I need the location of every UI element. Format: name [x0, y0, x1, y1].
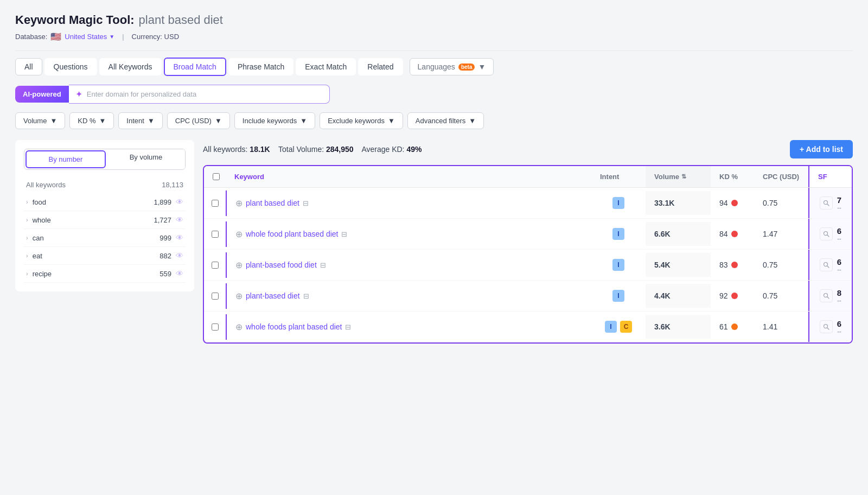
- tab-exact-match[interactable]: Exact Match: [296, 58, 356, 75]
- column-cpc-label: CPC (USD): [763, 173, 799, 181]
- td-checkbox[interactable]: [204, 315, 226, 339]
- row-checkbox[interactable]: [212, 199, 219, 207]
- languages-tab[interactable]: Languages beta ▼: [410, 58, 494, 75]
- td-cpc: 0.75: [754, 253, 808, 277]
- copy-icon[interactable]: ⊟: [303, 292, 309, 300]
- th-volume[interactable]: Volume ⇅: [646, 166, 711, 187]
- tab-all-keywords[interactable]: All Keywords: [99, 58, 162, 75]
- copy-icon[interactable]: ⊟: [303, 199, 309, 207]
- td-checkbox[interactable]: [204, 253, 226, 277]
- row-checkbox[interactable]: [212, 292, 219, 300]
- sidebar-item-right: 999 👁: [159, 233, 183, 242]
- table-row: ⊕ plant-based diet ⊟ I 4.4K 92 0.75: [204, 281, 852, 312]
- kd-dot-orange: [731, 323, 738, 330]
- sidebar-tab-by-volume[interactable]: By volume: [107, 149, 185, 169]
- kd-dot-red: [731, 200, 738, 206]
- chevron-right-icon: ›: [26, 217, 28, 223]
- table-area: All keywords: 18.1K Total Volume: 284,95…: [203, 140, 853, 344]
- td-sf: 6 --: [808, 250, 852, 280]
- list-item[interactable]: › whole 1,727 👁: [24, 211, 186, 229]
- list-item[interactable]: › eat 882 👁: [24, 247, 186, 265]
- list-item[interactable]: › can 999 👁: [24, 229, 186, 247]
- svg-point-4: [824, 263, 827, 266]
- filter-include-label: Include keywords: [242, 117, 297, 125]
- add-to-list-button[interactable]: + Add to list: [790, 140, 853, 158]
- languages-label: Languages: [418, 62, 455, 71]
- select-all-checkbox[interactable]: [213, 173, 220, 181]
- filter-volume[interactable]: Volume ▼: [15, 112, 65, 129]
- svg-point-8: [824, 325, 827, 328]
- filter-intent[interactable]: Intent ▼: [118, 112, 162, 129]
- keyword-text: plant based diet: [246, 199, 299, 207]
- copy-icon[interactable]: ⊟: [345, 323, 351, 331]
- kd-value: 84: [719, 230, 728, 238]
- filter-include-keywords[interactable]: Include keywords ▼: [234, 112, 315, 129]
- td-kd: 83: [711, 253, 754, 277]
- sf-dashes: --: [837, 297, 841, 303]
- keyword-text: plant-based food diet: [246, 261, 317, 269]
- chevron-right-icon: ›: [26, 234, 28, 241]
- row-checkbox[interactable]: [212, 323, 219, 331]
- td-kd: 84: [711, 222, 754, 246]
- td-checkbox[interactable]: [204, 284, 226, 308]
- sidebar-tab-by-number[interactable]: By number: [25, 150, 106, 168]
- list-item[interactable]: › food 1,899 👁: [24, 193, 186, 211]
- tab-phrase-match[interactable]: Phrase Match: [228, 58, 293, 75]
- copy-icon[interactable]: ⊟: [320, 261, 326, 269]
- sidebar-item-count: 882: [159, 252, 171, 260]
- sf-cell: 8 --: [820, 288, 841, 303]
- row-checkbox[interactable]: [212, 261, 219, 269]
- sf-number: 7: [837, 195, 841, 205]
- filter-exclude-keywords[interactable]: Exclude keywords ▼: [320, 112, 403, 129]
- sf-search-icon[interactable]: [820, 289, 833, 302]
- sf-cell: 6 --: [820, 226, 841, 242]
- list-item[interactable]: › recipe 559 👁: [24, 265, 186, 283]
- td-checkbox[interactable]: [204, 223, 226, 246]
- tab-all[interactable]: All: [15, 58, 42, 75]
- keyword-text: whole food plant based diet: [246, 230, 338, 238]
- intent-badge-i: I: [612, 197, 624, 209]
- copy-icon[interactable]: ⊟: [341, 230, 347, 238]
- row-checkbox[interactable]: [212, 230, 219, 238]
- kd-dot-red: [731, 231, 738, 237]
- th-checkbox: [204, 166, 226, 187]
- td-keyword[interactable]: ⊕ plant based diet ⊟: [226, 191, 591, 216]
- column-sf-label: SF: [818, 173, 827, 181]
- all-keywords-label: All keywords:: [203, 145, 247, 154]
- td-keyword[interactable]: ⊕ whole foods plant based diet ⊟: [226, 314, 591, 340]
- tab-broad-match[interactable]: Broad Match: [164, 58, 226, 76]
- database-link[interactable]: United States ▼: [65, 33, 114, 41]
- column-volume-label: Volume: [654, 173, 679, 181]
- ai-input-wrapper[interactable]: ✦ Enter domain for personalized data: [69, 85, 330, 104]
- td-keyword[interactable]: ⊕ plant-based diet ⊟: [226, 283, 591, 309]
- chevron-right-icon: ›: [26, 252, 28, 259]
- svg-line-3: [827, 235, 829, 237]
- sidebar-header-label: All keywords: [26, 181, 66, 189]
- sf-search-icon[interactable]: [820, 320, 833, 333]
- td-keyword[interactable]: ⊕ whole food plant based diet ⊟: [226, 221, 591, 247]
- kd-value: 61: [719, 322, 728, 331]
- filter-kd[interactable]: KD % ▼: [69, 112, 114, 129]
- sf-search-icon[interactable]: [820, 258, 833, 271]
- eye-icon[interactable]: 👁: [176, 233, 183, 242]
- filter-cpc[interactable]: CPC (USD) ▼: [167, 112, 230, 129]
- sidebar-item-label: recipe: [33, 270, 52, 278]
- td-checkbox[interactable]: [204, 192, 226, 215]
- tab-questions[interactable]: Questions: [44, 58, 97, 75]
- sf-search-icon[interactable]: [820, 227, 833, 240]
- eye-icon[interactable]: 👁: [176, 251, 183, 260]
- th-intent: Intent: [591, 166, 646, 187]
- filter-advanced[interactable]: Advanced filters ▼: [407, 112, 484, 129]
- chevron-right-icon: ›: [26, 199, 28, 205]
- td-kd: 92: [711, 284, 754, 308]
- kd-value: 94: [719, 199, 728, 207]
- chevron-down-icon: ▼: [478, 62, 486, 71]
- td-intent: I: [591, 220, 646, 248]
- eye-icon[interactable]: 👁: [176, 269, 183, 278]
- tab-related[interactable]: Related: [358, 58, 403, 75]
- sf-search-icon[interactable]: [820, 196, 833, 210]
- eye-icon[interactable]: 👁: [176, 198, 183, 206]
- eye-icon[interactable]: 👁: [176, 215, 183, 224]
- td-keyword[interactable]: ⊕ plant-based food diet ⊟: [226, 252, 591, 278]
- filter-intent-label: Intent: [126, 117, 144, 125]
